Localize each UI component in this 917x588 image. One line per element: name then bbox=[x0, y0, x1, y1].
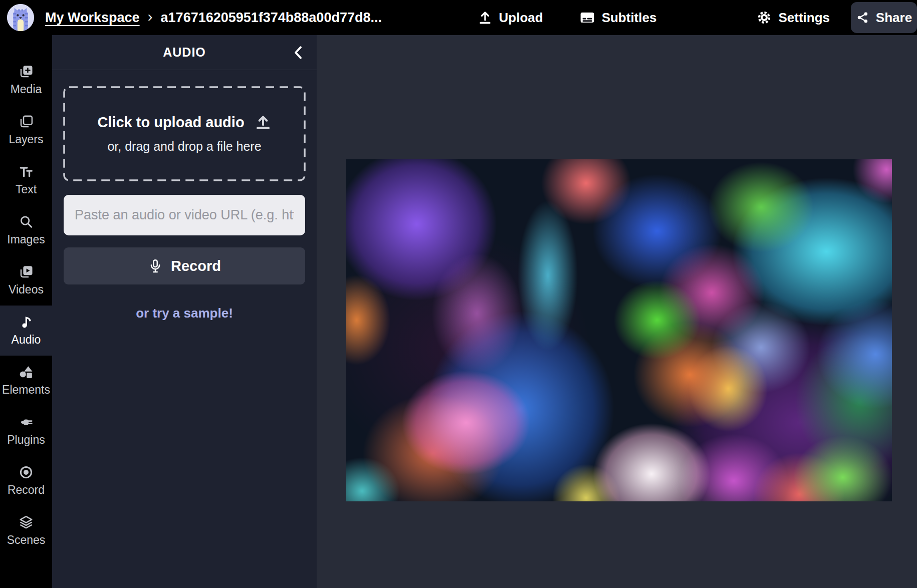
panel-title: AUDIO bbox=[163, 45, 206, 60]
breadcrumb-project-title[interactable]: a176716205951f374b88a00d77d8... bbox=[161, 10, 382, 26]
cat-avatar-icon bbox=[7, 4, 34, 31]
scenes-icon bbox=[19, 515, 34, 530]
topbar-actions: Upload Subtitles Settings bbox=[478, 0, 917, 35]
sidebar-item-label: Elements bbox=[2, 383, 50, 397]
sidebar: Media Layers Text Images bbox=[0, 35, 52, 588]
sidebar-item-images[interactable]: Images bbox=[0, 205, 52, 255]
sidebar-item-label: Plugins bbox=[7, 433, 45, 447]
sidebar-item-text[interactable]: Text bbox=[0, 155, 52, 205]
layers-icon bbox=[19, 114, 34, 129]
main-area: Media Layers Text Images bbox=[0, 35, 917, 588]
music-note-icon bbox=[19, 315, 34, 330]
search-icon bbox=[19, 214, 34, 229]
workspace-avatar[interactable] bbox=[7, 4, 34, 31]
record-button-label: Record bbox=[171, 258, 221, 274]
text-icon bbox=[19, 164, 34, 179]
sidebar-item-audio[interactable]: Audio bbox=[0, 306, 52, 356]
sidebar-item-scenes[interactable]: Scenes bbox=[0, 506, 52, 556]
sidebar-item-label: Text bbox=[16, 183, 37, 196]
microphone-icon bbox=[148, 258, 163, 273]
breadcrumb: My Workspace › a176716205951f374b88a00d7… bbox=[45, 9, 382, 26]
breadcrumb-separator: › bbox=[148, 8, 153, 25]
breadcrumb-workspace-link[interactable]: My Workspace bbox=[45, 10, 140, 26]
record-icon bbox=[19, 465, 34, 480]
gear-icon bbox=[757, 10, 772, 25]
share-button[interactable]: Share bbox=[851, 2, 917, 33]
settings-button[interactable]: Settings bbox=[757, 10, 830, 26]
upload-icon bbox=[478, 10, 493, 25]
upload-label: Upload bbox=[499, 10, 543, 26]
share-label: Share bbox=[876, 10, 912, 26]
sidebar-item-media[interactable]: Media bbox=[0, 55, 52, 105]
audio-upload-dropzone[interactable]: Click to upload audio or, drag and drop … bbox=[63, 86, 306, 181]
subtitles-button[interactable]: Subtitles bbox=[579, 10, 657, 26]
sidebar-item-label: Videos bbox=[9, 283, 44, 297]
try-sample-link[interactable]: or try a sample! bbox=[136, 306, 233, 321]
collapse-panel-button[interactable] bbox=[291, 44, 306, 61]
record-audio-button[interactable]: Record bbox=[64, 247, 305, 284]
sidebar-item-plugins[interactable]: Plugins bbox=[0, 406, 52, 456]
sidebar-item-label: Images bbox=[7, 233, 45, 246]
video-icon bbox=[19, 264, 34, 279]
sidebar-item-label: Layers bbox=[9, 133, 43, 146]
subtitles-label: Subtitles bbox=[602, 10, 657, 26]
editor-canvas[interactable] bbox=[317, 35, 917, 588]
audio-panel-header: AUDIO bbox=[52, 35, 317, 70]
sidebar-item-label: Media bbox=[11, 83, 42, 96]
canvas-image-layer[interactable] bbox=[346, 159, 892, 501]
audio-panel: AUDIO Click to upload audio bbox=[52, 35, 317, 588]
sidebar-item-label: Audio bbox=[12, 333, 41, 347]
top-bar: My Workspace › a176716205951f374b88a00d7… bbox=[0, 0, 917, 35]
audio-url-input[interactable] bbox=[64, 195, 305, 235]
upload-button[interactable]: Upload bbox=[478, 10, 543, 26]
sidebar-item-record[interactable]: Record bbox=[0, 456, 52, 506]
plug-icon bbox=[19, 415, 34, 430]
media-icon bbox=[19, 64, 34, 79]
share-icon bbox=[856, 11, 870, 25]
sidebar-item-label: Scenes bbox=[7, 533, 46, 547]
chevron-left-icon bbox=[291, 44, 306, 61]
sidebar-item-layers[interactable]: Layers bbox=[0, 105, 52, 155]
sidebar-item-videos[interactable]: Videos bbox=[0, 255, 52, 306]
shapes-icon bbox=[19, 365, 34, 380]
settings-label: Settings bbox=[778, 10, 830, 26]
sidebar-item-label: Record bbox=[8, 483, 45, 497]
dropzone-dashed-border bbox=[63, 86, 306, 181]
audio-panel-body: Click to upload audio or, drag and drop … bbox=[52, 70, 317, 321]
sidebar-item-elements[interactable]: Elements bbox=[0, 356, 52, 406]
subtitles-icon bbox=[579, 10, 595, 26]
